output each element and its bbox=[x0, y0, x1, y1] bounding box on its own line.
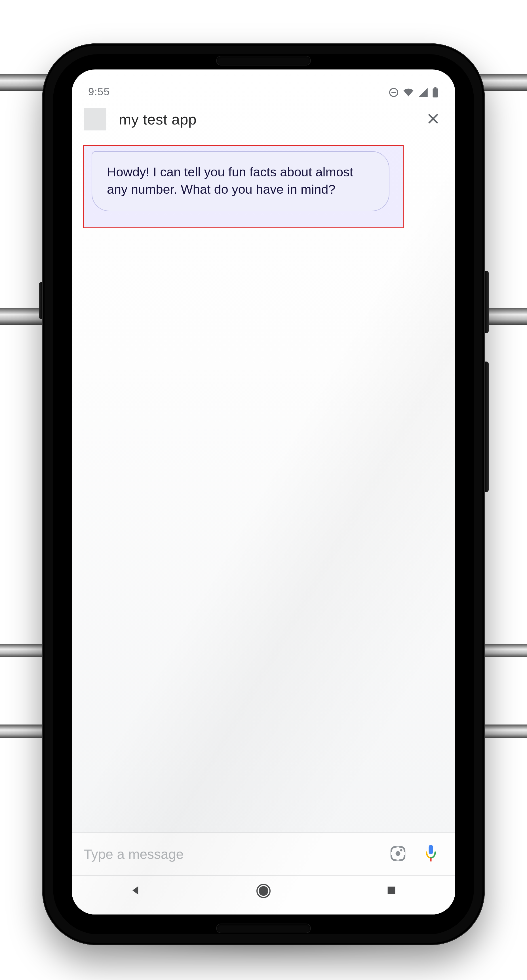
svg-rect-2 bbox=[433, 89, 438, 97]
system-nav-bar bbox=[72, 876, 455, 915]
status-bar: 9:55 bbox=[72, 70, 455, 101]
status-icons bbox=[388, 87, 439, 98]
app-avatar bbox=[84, 108, 107, 130]
phone-bezel: 9:55 bbox=[53, 54, 474, 934]
svg-rect-3 bbox=[434, 88, 436, 89]
nav-home-button[interactable] bbox=[244, 880, 283, 902]
app-title: my test app bbox=[119, 111, 412, 128]
cell-signal-icon bbox=[418, 87, 428, 98]
phone-power-button bbox=[485, 271, 489, 333]
phone-speaker-top bbox=[217, 56, 310, 65]
close-button[interactable] bbox=[425, 111, 442, 128]
bot-message-text: Howdy! I can tell you fun facts about al… bbox=[107, 165, 353, 197]
back-icon bbox=[129, 884, 142, 898]
lens-icon bbox=[389, 845, 407, 864]
phone-side-button bbox=[39, 282, 42, 319]
message-input[interactable] bbox=[84, 846, 376, 862]
svg-rect-9 bbox=[428, 845, 433, 854]
chat-header: my test app bbox=[72, 101, 455, 138]
svg-point-7 bbox=[396, 851, 401, 856]
svg-point-8 bbox=[400, 849, 403, 851]
do-not-disturb-icon bbox=[388, 87, 399, 98]
recents-icon bbox=[386, 885, 397, 897]
battery-icon bbox=[432, 87, 439, 98]
home-icon bbox=[256, 884, 271, 898]
nav-recents-button[interactable] bbox=[372, 880, 411, 902]
phone-screen: 9:55 bbox=[72, 70, 455, 915]
bot-message-bubble: Howdy! I can tell you fun facts about al… bbox=[92, 151, 389, 211]
lens-button[interactable] bbox=[387, 843, 409, 865]
mic-icon bbox=[423, 844, 438, 864]
phone-frame: 9:55 bbox=[42, 43, 485, 945]
device-mockup-stage: 9:55 bbox=[0, 0, 527, 980]
close-icon bbox=[426, 112, 440, 127]
svg-rect-11 bbox=[387, 887, 395, 894]
phone-volume-button bbox=[485, 361, 489, 492]
phone-speaker-bottom bbox=[217, 924, 310, 933]
input-bar bbox=[72, 832, 455, 876]
wifi-icon bbox=[403, 87, 414, 98]
mic-button[interactable] bbox=[420, 843, 442, 865]
nav-back-button[interactable] bbox=[116, 880, 155, 902]
conversation-area[interactable]: Howdy! I can tell you fun facts about al… bbox=[72, 138, 455, 832]
svg-rect-10 bbox=[430, 858, 431, 861]
status-time: 9:55 bbox=[88, 86, 388, 98]
